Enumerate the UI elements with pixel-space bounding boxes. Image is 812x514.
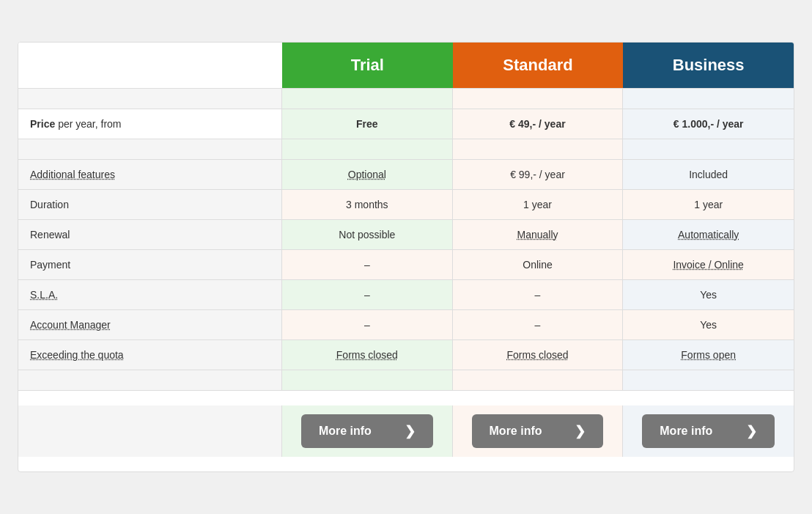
standard-label: Standard (503, 56, 572, 74)
price-label-rest: per year, from (58, 118, 121, 130)
additional-trial-value[interactable]: Optional (348, 169, 386, 180)
payment-standard-value: Online (523, 259, 552, 271)
quota-business: Forms open (623, 340, 794, 370)
payment-label-text: Payment (30, 259, 70, 271)
header-row: Trial Standard Business (18, 43, 794, 88)
sla-trial-value: – (364, 289, 370, 301)
blank2-label (18, 139, 282, 159)
renewal-trial: Not possible (282, 220, 453, 249)
price-standard-value: € 49,- / year (509, 118, 565, 130)
blank2-trial (282, 139, 453, 159)
quota-label-text[interactable]: Exceeding the quota (30, 349, 124, 361)
additional-business-value: Included (689, 169, 728, 180)
sla-standard-value: – (535, 289, 541, 301)
account-manager-trial-value: – (364, 319, 370, 331)
price-trial: Free (282, 109, 453, 139)
duration-business-value: 1 year (694, 199, 723, 210)
blank2-business (623, 139, 794, 159)
renewal-standard: Manually (453, 220, 624, 249)
quota-row: Exceeding the quota Forms closed Forms c… (18, 339, 794, 370)
business-arrow-icon: ❯ (746, 423, 757, 439)
trial-arrow-icon: ❯ (405, 423, 416, 439)
price-business-value: € 1.000,- / year (673, 118, 744, 130)
account-manager-label-text[interactable]: Account Manager (30, 319, 111, 331)
quota-trial-value[interactable]: Forms closed (336, 349, 398, 361)
blank2-standard (453, 139, 624, 159)
duration-row: Duration 3 months 1 year 1 year (18, 189, 794, 219)
account-manager-label: Account Manager (18, 310, 282, 339)
blank-trial (282, 89, 453, 109)
additional-features-link[interactable]: Additional features (30, 169, 115, 180)
account-manager-standard-value: – (535, 319, 541, 331)
business-label: Business (673, 56, 745, 74)
pre-footer-label (18, 370, 282, 390)
payment-trial-value: – (364, 259, 370, 271)
quota-standard-value[interactable]: Forms closed (506, 349, 568, 361)
sla-business-value: Yes (700, 289, 717, 301)
trial-more-info-label: More info (319, 425, 372, 438)
account-manager-business-value: Yes (700, 319, 717, 331)
trial-label: Trial (351, 56, 384, 74)
sla-row: S.L.A. – – Yes (18, 279, 794, 309)
payment-business: Invoice / Online (623, 250, 794, 279)
payment-label: Payment (18, 250, 282, 279)
duration-standard-value: 1 year (523, 199, 552, 210)
renewal-business-value[interactable]: Automatically (678, 229, 739, 241)
renewal-label: Renewal (18, 220, 282, 249)
payment-business-value[interactable]: Invoice / Online (673, 259, 744, 271)
standard-more-info-button[interactable]: More info ❯ (472, 414, 604, 448)
additional-standard-value: € 99,- / year (510, 169, 565, 180)
blank-business (623, 89, 794, 109)
account-manager-standard: – (453, 310, 624, 339)
pricing-table: Trial Standard Business Price per year, … (18, 42, 794, 472)
payment-standard: Online (453, 250, 624, 279)
price-label-bold: Price (30, 118, 55, 130)
price-business: € 1.000,- / year (623, 109, 794, 139)
price-trial-value: Free (356, 118, 378, 130)
additional-features-standard: € 99,- / year (453, 160, 624, 189)
footer-row: More info ❯ More info ❯ More info ❯ (18, 390, 794, 471)
blank-label (18, 89, 282, 109)
additional-features-trial: Optional (282, 160, 453, 189)
quota-standard: Forms closed (453, 340, 624, 370)
header-standard: Standard (453, 43, 624, 88)
header-trial: Trial (282, 43, 453, 88)
standard-arrow-icon: ❯ (575, 423, 586, 439)
standard-more-info-label: More info (490, 425, 542, 438)
renewal-label-text: Renewal (30, 229, 70, 241)
additional-features-label: Additional features (18, 160, 282, 189)
renewal-trial-value: Not possible (339, 229, 395, 241)
sla-standard: – (453, 280, 624, 309)
sla-label-text[interactable]: S.L.A. (30, 289, 58, 301)
renewal-row: Renewal Not possible Manually Automatica… (18, 219, 794, 249)
header-business: Business (623, 43, 794, 88)
additional-features-row: Additional features Optional € 99,- / ye… (18, 159, 794, 189)
payment-row: Payment – Online Invoice / Online (18, 249, 794, 279)
quota-label: Exceeding the quota (18, 340, 282, 370)
renewal-standard-value[interactable]: Manually (517, 229, 558, 241)
account-manager-row: Account Manager – – Yes (18, 309, 794, 339)
business-more-info-button[interactable]: More info ❯ (642, 414, 775, 448)
blank-row-2 (18, 139, 794, 159)
duration-label-text: Duration (30, 199, 69, 210)
blank-standard (453, 89, 624, 109)
pre-footer-standard (453, 370, 624, 390)
header-empty (18, 43, 282, 88)
quota-trial: Forms closed (282, 340, 453, 370)
footer-label (18, 405, 282, 457)
footer-trial-cell: More info ❯ (282, 405, 453, 457)
sla-trial: – (282, 280, 453, 309)
quota-business-value[interactable]: Forms open (681, 349, 736, 361)
business-more-info-label: More info (660, 425, 712, 438)
duration-business: 1 year (623, 190, 794, 219)
trial-more-info-button[interactable]: More info ❯ (301, 414, 433, 448)
duration-trial: 3 months (282, 190, 453, 219)
sla-label: S.L.A. (18, 280, 282, 309)
price-label: Price per year, from (18, 109, 282, 139)
renewal-business: Automatically (623, 220, 794, 249)
duration-standard: 1 year (453, 190, 624, 219)
footer-standard-cell: More info ❯ (453, 405, 624, 457)
price-row: Price per year, from Free € 49,- / year … (18, 109, 794, 139)
pre-footer-business (623, 370, 794, 390)
price-standard: € 49,- / year (453, 109, 624, 139)
